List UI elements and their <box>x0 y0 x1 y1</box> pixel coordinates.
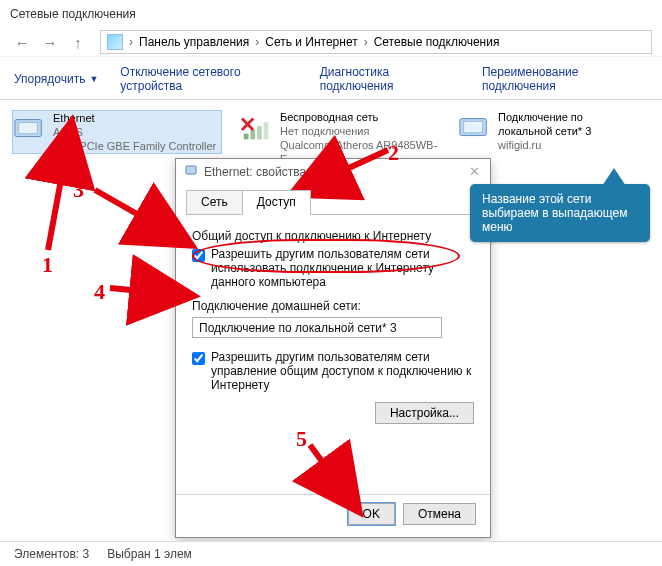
connection-name: Беспроводная сеть <box>280 110 440 124</box>
annotation-number-2: 2 <box>388 140 399 166</box>
connection-ethernet[interactable]: Ethernet ASUS altek PCIe GBE Family Cont… <box>12 110 222 154</box>
annotation-number-5: 5 <box>296 426 307 452</box>
status-count: Элементов: 3 <box>14 547 89 561</box>
svg-rect-9 <box>464 121 483 132</box>
connection-lan3[interactable]: Подключение по локальной сети* 3 wifigid… <box>458 110 628 152</box>
connection-adapter: altek PCIe GBE Family Controller <box>53 139 216 153</box>
svg-rect-5 <box>264 122 269 139</box>
svg-rect-10 <box>186 166 196 174</box>
breadcrumb[interactable]: Панель управления <box>139 35 249 49</box>
svg-rect-4 <box>257 126 262 139</box>
status-bar: Элементов: 3 Выбран 1 элем <box>0 541 662 566</box>
home-network-value: Подключение по локальной сети* 3 <box>199 321 397 335</box>
dialog-title: Ethernet: свойства <box>204 165 306 179</box>
cmd-diagnose[interactable]: Диагностика подключения <box>320 65 460 93</box>
annotation-callout: Название этой сети выбираем в выпадающем… <box>470 184 650 242</box>
ethernet-icon <box>184 163 198 180</box>
annotation-number-4: 4 <box>94 279 105 305</box>
control-panel-icon <box>107 34 123 50</box>
ok-button[interactable]: OK <box>348 503 395 525</box>
chevron-right-icon: › <box>364 35 368 49</box>
organize-menu[interactable]: Упорядочить ▼ <box>14 72 98 86</box>
chevron-down-icon: ▼ <box>89 74 98 84</box>
allow-sharing-label: Разрешить другим пользователям сети испо… <box>211 247 474 289</box>
breadcrumb[interactable]: Сетевые подключения <box>374 35 500 49</box>
window-title: Сетевые подключения <box>0 0 662 28</box>
ethernet-icon <box>13 111 47 147</box>
allow-sharing-checkbox[interactable] <box>192 249 205 262</box>
dialog-tabs: Сеть Доступ <box>186 190 480 215</box>
svg-rect-2 <box>244 134 249 140</box>
annotation-number-3: 3 <box>73 177 84 203</box>
dialog-titlebar[interactable]: Ethernet: свойства ✕ <box>176 159 490 184</box>
up-icon[interactable]: ↑ <box>66 30 90 54</box>
ics-heading: Общий доступ к подключению к Интернету <box>192 229 474 243</box>
home-network-label: Подключение домашней сети: <box>192 299 474 313</box>
settings-button[interactable]: Настройка... <box>375 402 474 424</box>
command-bar: Упорядочить ▼ Отключение сетевого устрой… <box>0 56 662 100</box>
ethernet-properties-dialog: Ethernet: свойства ✕ Сеть Доступ Общий д… <box>175 158 491 538</box>
cancel-button[interactable]: Отмена <box>403 503 476 525</box>
svg-rect-3 <box>250 130 255 139</box>
callout-text: Название этой сети выбираем в выпадающем… <box>482 192 627 234</box>
connection-status: ASUS <box>53 125 216 139</box>
cmd-disable[interactable]: Отключение сетевого устройства <box>120 65 297 93</box>
forward-icon[interactable]: → <box>38 30 62 54</box>
status-selection: Выбран 1 элем <box>107 547 192 561</box>
connection-status: Нет подключения <box>280 124 440 138</box>
connection-status: wifigid.ru <box>498 138 628 152</box>
nav-bar: ← → ↑ › Панель управления › Сеть и Интер… <box>0 28 662 56</box>
lan-icon <box>458 110 492 146</box>
home-network-select[interactable]: Подключение по локальной сети* 3 <box>192 317 442 338</box>
organize-label: Упорядочить <box>14 72 85 86</box>
allow-control-label: Разрешить другим пользователям сети упра… <box>211 350 474 392</box>
connection-name: Ethernet <box>53 111 216 125</box>
address-bar[interactable]: › Панель управления › Сеть и Интернет › … <box>100 30 652 54</box>
close-icon[interactable]: ✕ <box>466 164 482 179</box>
chevron-right-icon: › <box>255 35 259 49</box>
back-icon[interactable]: ← <box>10 30 34 54</box>
cmd-rename[interactable]: Переименование подключения <box>482 65 648 93</box>
chevron-right-icon: › <box>129 35 133 49</box>
tab-sharing[interactable]: Доступ <box>242 190 311 215</box>
connection-name: Подключение по локальной сети* 3 <box>498 110 628 138</box>
svg-rect-1 <box>19 122 38 133</box>
breadcrumb[interactable]: Сеть и Интернет <box>265 35 357 49</box>
tab-network[interactable]: Сеть <box>186 190 243 214</box>
dialog-actions: OK Отмена <box>176 494 490 537</box>
annotation-number-1: 1 <box>42 252 53 278</box>
wifi-disabled-icon <box>240 110 274 146</box>
allow-control-checkbox[interactable] <box>192 352 205 365</box>
